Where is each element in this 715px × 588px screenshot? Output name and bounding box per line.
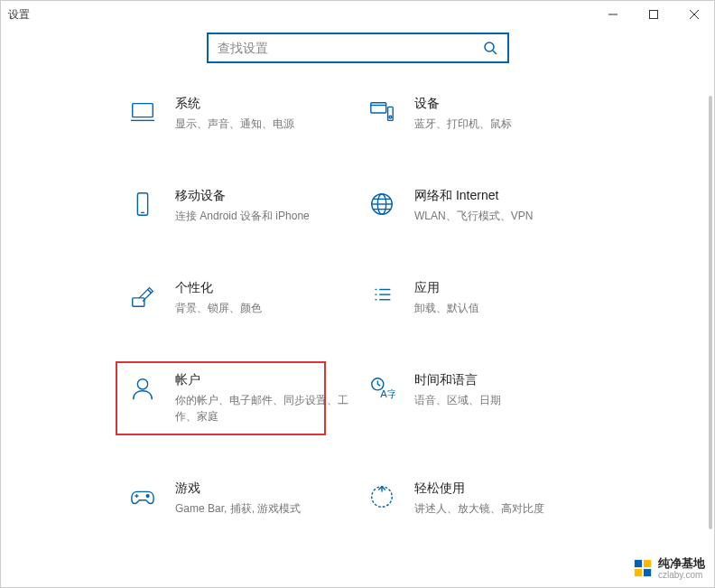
tile-gaming[interactable]: 游戏 Game Bar, 捕获, 游戏模式 <box>123 475 353 522</box>
tile-title: 游戏 <box>175 481 349 497</box>
accounts-icon <box>126 372 159 405</box>
svg-rect-36 <box>644 560 651 567</box>
tile-desc: 卸载、默认值 <box>414 300 589 316</box>
tile-desc: 讲述人、放大镜、高对比度 <box>414 500 589 517</box>
tile-desc: 语音、区域、日期 <box>414 392 589 408</box>
tile-desc: 连接 Android 设备和 iPhone <box>175 208 349 224</box>
watermark: 纯净基地 czlaby.com <box>633 557 705 580</box>
tile-desc: WLAN、飞行模式、VPN <box>414 208 589 224</box>
tile-accounts[interactable]: 帐户 你的帐户、电子邮件、同步设置、工作、家庭 <box>123 367 353 430</box>
search-input[interactable] <box>218 41 482 55</box>
svg-point-26 <box>137 379 147 389</box>
tile-desc: 你的帐户、电子邮件、同步设置、工作、家庭 <box>175 392 349 425</box>
tile-desc: 蓝牙、打印机、鼠标 <box>414 116 589 132</box>
time-icon: A字 <box>366 372 398 405</box>
search-wrap <box>1 33 714 63</box>
tile-system[interactable]: 系统 显示、声音、通知、电源 <box>123 90 353 137</box>
svg-rect-6 <box>133 104 153 117</box>
close-button[interactable] <box>673 1 714 28</box>
maximize-button[interactable] <box>633 1 673 28</box>
svg-text:A字: A字 <box>380 388 395 399</box>
phone-icon <box>126 188 159 220</box>
ease-icon <box>366 481 398 513</box>
tile-title: 应用 <box>414 280 589 296</box>
svg-rect-19 <box>133 298 144 306</box>
tile-title: 系统 <box>175 96 349 112</box>
tile-title: 帐户 <box>175 372 349 388</box>
tile-title: 网络和 Internet <box>414 188 589 204</box>
settings-window: 设置 系统 显示、声音、通知、电源 <box>0 0 715 588</box>
svg-rect-38 <box>644 569 651 576</box>
watermark-url: czlaby.com <box>658 570 705 580</box>
svg-rect-35 <box>635 560 642 567</box>
tile-desc: 背景、锁屏、颜色 <box>175 300 349 316</box>
svg-rect-12 <box>137 193 147 215</box>
svg-rect-1 <box>649 11 657 19</box>
tile-ease[interactable]: 轻松使用 讲述人、放大镜、高对比度 <box>362 475 592 522</box>
network-icon <box>366 188 398 220</box>
svg-point-4 <box>485 42 494 51</box>
tile-title: 轻松使用 <box>414 481 589 497</box>
svg-line-5 <box>493 51 497 54</box>
apps-icon <box>366 280 398 313</box>
tile-title: 时间和语言 <box>414 372 589 388</box>
tile-desc: Game Bar, 捕获, 游戏模式 <box>175 500 349 517</box>
system-icon <box>126 96 159 128</box>
search-icon <box>482 40 498 56</box>
watermark-name: 纯净基地 <box>658 557 705 570</box>
devices-icon <box>366 96 398 128</box>
watermark-logo <box>633 558 653 578</box>
tile-time[interactable]: A字 时间和语言 语音、区域、日期 <box>362 367 592 430</box>
tile-title: 设备 <box>414 96 589 112</box>
tile-title: 个性化 <box>175 280 349 296</box>
svg-point-11 <box>389 116 392 118</box>
settings-grid: 系统 显示、声音、通知、电源 设备 蓝牙、打印机、鼠标 移动设备 连接 Andr… <box>1 90 714 522</box>
tile-devices[interactable]: 设备 蓝牙、打印机、鼠标 <box>362 90 592 137</box>
tile-title: 移动设备 <box>175 188 349 204</box>
window-controls <box>592 1 714 28</box>
svg-point-31 <box>146 495 149 498</box>
gaming-icon <box>126 481 159 513</box>
scrollbar[interactable] <box>709 96 712 529</box>
tile-apps[interactable]: 应用 卸载、默认值 <box>362 275 592 322</box>
svg-rect-8 <box>371 103 386 113</box>
tile-network[interactable]: 网络和 Internet WLAN、飞行模式、VPN <box>362 182 592 229</box>
tile-phone[interactable]: 移动设备 连接 Android 设备和 iPhone <box>123 182 353 229</box>
minimize-button[interactable] <box>592 1 633 28</box>
tile-personalize[interactable]: 个性化 背景、锁屏、颜色 <box>123 275 353 322</box>
svg-rect-37 <box>635 569 642 576</box>
window-title: 设置 <box>8 7 30 23</box>
svg-line-29 <box>377 384 380 386</box>
search-box[interactable] <box>207 33 509 63</box>
tile-desc: 显示、声音、通知、电源 <box>175 116 349 132</box>
personalize-icon <box>126 280 159 313</box>
